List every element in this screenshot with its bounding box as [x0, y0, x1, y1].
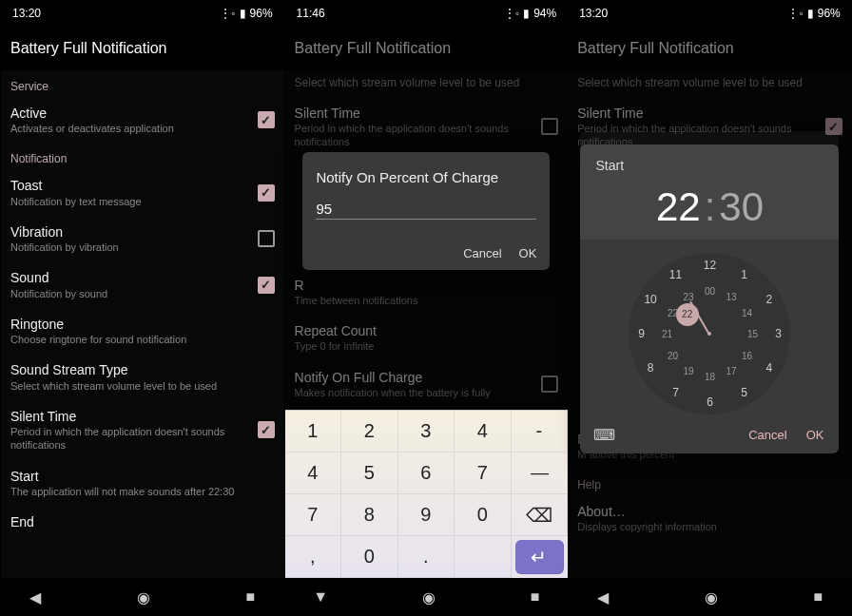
about-sub: Displays copyright information: [577, 520, 842, 533]
clock-hour-13[interactable]: 13: [726, 292, 736, 302]
cancel-button[interactable]: Cancel: [748, 428, 786, 442]
clock-hour-21[interactable]: 21: [662, 329, 672, 339]
repeat-title: Repeat Count: [295, 322, 559, 339]
clock-hour-6[interactable]: 6: [707, 395, 713, 409]
ok-button[interactable]: OK: [519, 246, 537, 260]
time-minutes[interactable]: 30: [719, 184, 764, 230]
silent-sub: Period in which the application doesn't …: [295, 122, 534, 149]
clock-selected-hour[interactable]: 22: [676, 303, 699, 326]
key-6[interactable]: 6: [398, 452, 455, 494]
setting-silent[interactable]: Silent Time Period in which the applicat…: [1, 400, 284, 460]
clock-hour-10[interactable]: 10: [644, 293, 656, 306]
checkbox-vibration[interactable]: [258, 230, 275, 247]
key-backspace-icon[interactable]: ⌫: [512, 494, 569, 536]
app-title: Battery Full Notification: [285, 27, 569, 70]
nav-recent-icon[interactable]: ■: [246, 588, 256, 606]
silent-title: Silent Time: [295, 105, 534, 122]
ok-button[interactable]: OK: [806, 428, 824, 442]
key-dash[interactable]: -: [512, 411, 569, 452]
clock-hour-18[interactable]: 18: [705, 372, 715, 382]
setting-stream[interactable]: Sound Stream Type Select which stream vo…: [1, 354, 284, 399]
clock-hour-15[interactable]: 15: [747, 329, 758, 339]
vibration-title: Vibration: [10, 223, 250, 241]
clock-hour-23[interactable]: 23: [683, 292, 693, 302]
wifi-icon: ⋮◦: [220, 7, 235, 20]
setting-sound[interactable]: Sound Notification by sound: [1, 261, 284, 307]
key-4b[interactable]: 4: [285, 452, 342, 494]
nav-recent-icon[interactable]: ■: [814, 588, 823, 606]
percent-input[interactable]: [316, 199, 536, 220]
clock-hour-17[interactable]: 17: [726, 365, 736, 375]
key-5[interactable]: 5: [341, 452, 398, 494]
key-0b[interactable]: 0: [341, 536, 398, 578]
wifi-icon: ⋮◦: [504, 7, 519, 20]
key-0[interactable]: 0: [455, 494, 512, 536]
checkbox-silent: [541, 118, 558, 135]
nav-home-icon[interactable]: ◉: [705, 588, 718, 606]
key-comma[interactable]: ,: [285, 536, 342, 578]
ringtone-title: Ringtone: [10, 316, 275, 333]
subtitle: Select which stream volume level to be u…: [568, 70, 852, 97]
setting-toast[interactable]: Toast Notification by text message: [1, 169, 284, 215]
key-7[interactable]: 7: [455, 452, 512, 494]
setting-end[interactable]: End: [1, 506, 284, 538]
checkbox-silent[interactable]: [258, 421, 275, 438]
key-4[interactable]: 4: [455, 411, 512, 452]
key-enter-icon[interactable]: ↵: [515, 540, 565, 574]
setting-ringtone[interactable]: Ringtone Choose ringtone for sound notif…: [1, 308, 284, 354]
checkbox-toast[interactable]: [258, 184, 275, 202]
clock-hour-5[interactable]: 5: [741, 386, 747, 399]
nav-home-icon[interactable]: ◉: [422, 588, 436, 606]
clock-hour-7[interactable]: 7: [672, 386, 679, 399]
clock-hour-3[interactable]: 3: [775, 327, 782, 340]
clock-hour-4[interactable]: 4: [765, 361, 772, 375]
nav-bar: ▼ ◉ ■: [285, 578, 569, 616]
stream-sub: Select which stream volume level to be u…: [10, 379, 275, 393]
setting-start[interactable]: Start The application will not make soun…: [1, 460, 284, 506]
key-8[interactable]: 8: [341, 494, 398, 536]
clock-hour-14[interactable]: 14: [742, 307, 752, 318]
clock-hour-9[interactable]: 9: [638, 327, 645, 340]
setting-full: Notify On Full Charge Makes notification…: [285, 361, 569, 407]
nav-recent-icon[interactable]: ■: [531, 588, 540, 606]
clock-hour-00[interactable]: 00: [705, 286, 715, 297]
nav-back-icon[interactable]: ◀: [29, 588, 41, 606]
clock-hour-16[interactable]: 16: [742, 350, 752, 360]
setting-active-sub: Activates or deactivates application: [10, 122, 250, 135]
key-7b[interactable]: 7: [285, 494, 342, 536]
clock-hour-20[interactable]: 20: [668, 350, 678, 360]
key-space[interactable]: ⸻: [512, 452, 569, 494]
key-2[interactable]: 2: [341, 411, 398, 452]
nav-home-icon[interactable]: ◉: [137, 588, 150, 606]
key-3[interactable]: 3: [398, 411, 455, 452]
setting-active[interactable]: Active Activates or deactivates applicat…: [1, 97, 284, 143]
key-9[interactable]: 9: [398, 494, 455, 536]
keyboard-icon[interactable]: ⌨: [593, 426, 615, 444]
cancel-button[interactable]: Cancel: [463, 246, 501, 260]
key-dot[interactable]: .: [398, 536, 455, 578]
app-title: Battery Full Notification: [568, 27, 852, 70]
time-hours[interactable]: 22: [656, 184, 701, 230]
clock-face[interactable]: 22 1212345678910110013141516171819202122…: [629, 253, 790, 414]
clock-hour-12[interactable]: 12: [704, 259, 716, 272]
status-time: 13:20: [12, 7, 41, 20]
battery-icon: ▮: [240, 7, 246, 20]
time-picker-dialog: Start 22 : 30 22 12123456789101100131415…: [580, 144, 839, 453]
nav-back-icon[interactable]: ▼: [313, 588, 328, 606]
section-notification: Notification: [1, 143, 284, 169]
clock-hour-2[interactable]: 2: [765, 293, 772, 306]
nav-back-icon[interactable]: ◀: [597, 588, 609, 606]
percent-dialog: Notify On Percent Of Charge Cancel OK: [302, 152, 550, 270]
clock-hour-8[interactable]: 8: [648, 361, 654, 375]
setting-active-title: Active: [10, 105, 250, 122]
clock-hour-1[interactable]: 1: [741, 268, 747, 281]
clock-hour-11[interactable]: 11: [669, 268, 682, 281]
setting-silent: Silent Time Period in which the applicat…: [285, 97, 569, 157]
checkbox-sound[interactable]: [258, 277, 275, 294]
setting-vibration[interactable]: Vibration Notification by vibration: [1, 216, 284, 261]
ringtone-sub: Choose ringtone for sound notification: [10, 333, 275, 346]
key-1[interactable]: 1: [285, 411, 342, 452]
clock-hour-19[interactable]: 19: [683, 365, 693, 375]
clock-hour-22[interactable]: 22: [668, 307, 678, 318]
checkbox-active[interactable]: [258, 111, 275, 128]
